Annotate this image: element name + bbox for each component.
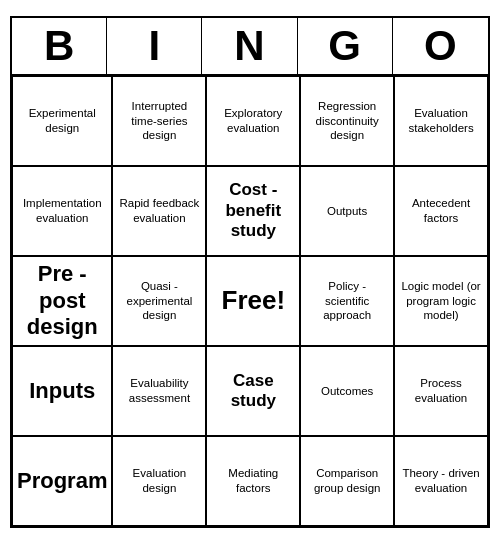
bingo-cell-13: Policy - scientific approach <box>300 256 394 346</box>
bingo-letter-i: I <box>107 18 202 74</box>
bingo-cell-10: Pre - post design <box>12 256 112 346</box>
bingo-cell-4: Evaluation stakeholders <box>394 76 488 166</box>
bingo-cell-21: Evaluation design <box>112 436 206 526</box>
bingo-letter-g: G <box>298 18 393 74</box>
bingo-grid: Experimental designInterrupted time-seri… <box>12 76 488 526</box>
bingo-cell-15: Inputs <box>12 346 112 436</box>
bingo-cell-7: Cost - benefit study <box>206 166 300 256</box>
bingo-cell-14: Logic model (or program logic model) <box>394 256 488 346</box>
bingo-cell-12: Free! <box>206 256 300 346</box>
bingo-letter-b: B <box>12 18 107 74</box>
bingo-letter-o: O <box>393 18 488 74</box>
bingo-cell-3: Regression discontinuity design <box>300 76 394 166</box>
bingo-cell-24: Theory - driven evaluation <box>394 436 488 526</box>
bingo-card: BINGO Experimental designInterrupted tim… <box>10 16 490 528</box>
bingo-cell-20: Program <box>12 436 112 526</box>
bingo-cell-18: Outcomes <box>300 346 394 436</box>
bingo-cell-1: Interrupted time-series design <box>112 76 206 166</box>
bingo-header: BINGO <box>12 18 488 76</box>
bingo-cell-5: Implementation evaluation <box>12 166 112 256</box>
bingo-cell-16: Evaluability assessment <box>112 346 206 436</box>
bingo-cell-23: Comparison group design <box>300 436 394 526</box>
bingo-cell-11: Quasi - experimental design <box>112 256 206 346</box>
bingo-cell-6: Rapid feedback evaluation <box>112 166 206 256</box>
bingo-cell-19: Process evaluation <box>394 346 488 436</box>
bingo-cell-2: Exploratory evaluation <box>206 76 300 166</box>
bingo-letter-n: N <box>202 18 297 74</box>
bingo-cell-0: Experimental design <box>12 76 112 166</box>
bingo-cell-22: Mediating factors <box>206 436 300 526</box>
bingo-cell-17: Case study <box>206 346 300 436</box>
bingo-cell-8: Outputs <box>300 166 394 256</box>
bingo-cell-9: Antecedent factors <box>394 166 488 256</box>
